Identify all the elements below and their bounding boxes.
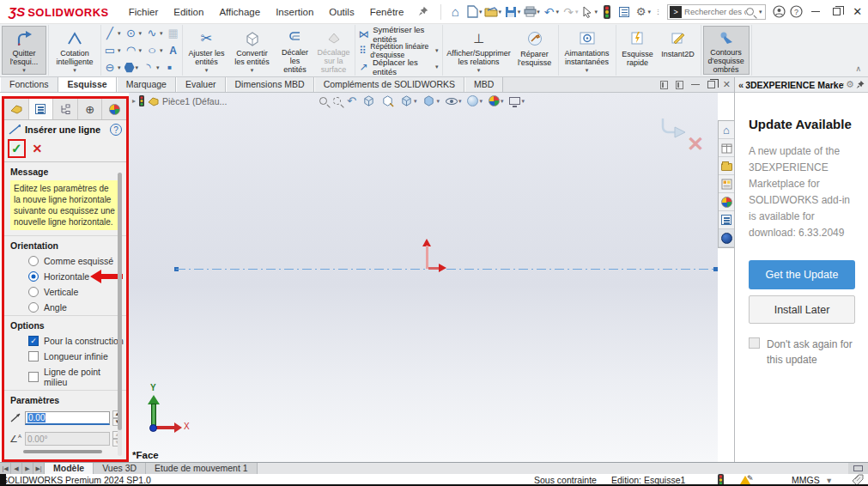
offset-entities-button[interactable]: Décaler les entités: [276, 26, 315, 75]
dropdown-caret[interactable]: ▾: [73, 67, 76, 74]
menu-fichier[interactable]: Fichier: [121, 0, 167, 24]
select-icon[interactable]: [580, 3, 597, 21]
line-tool-icon[interactable]: ╱: [103, 27, 117, 40]
document-close-icon[interactable]: ✕: [723, 79, 731, 90]
taskpane-custom-properties-tab[interactable]: [719, 211, 734, 229]
home-icon[interactable]: ⌂: [446, 3, 464, 21]
radio-angle[interactable]: Angle: [28, 302, 126, 313]
user-account-icon[interactable]: [771, 3, 788, 21]
dropdown-caret[interactable]: ▾: [586, 67, 589, 74]
task-pane-pin-icon[interactable]: [856, 80, 865, 89]
options-gear-icon[interactable]: ⚙: [633, 3, 650, 21]
convert-entities-button[interactable]: Convertir les entités ▾: [229, 26, 276, 75]
zoom-fit-icon[interactable]: [319, 97, 327, 105]
linear-pattern-button[interactable]: ⠿ Répétition linéaire d'esquisse ▾: [359, 43, 439, 58]
view-orientation-icon[interactable]: ▾: [400, 94, 417, 107]
radio-circle-selected[interactable]: [28, 271, 39, 282]
property-manager-tab[interactable]: [29, 99, 54, 119]
scene-icon[interactable]: ▾: [489, 95, 504, 106]
search-caret[interactable]: ▾: [759, 9, 762, 15]
trim-entities-button[interactable]: ✂ Ajuster les entités ▾: [185, 26, 229, 75]
document-tab-label[interactable]: Pièce1 (Défau...: [162, 96, 227, 106]
restore-button[interactable]: [826, 2, 847, 22]
repair-sketch-button[interactable]: Réparer l'esquisse: [513, 26, 556, 75]
length-input[interactable]: 0.00: [25, 411, 110, 425]
text-tool-icon[interactable]: A: [167, 44, 180, 58]
mirror-entities-button[interactable]: ⋈ Symétriser les entités: [359, 27, 439, 41]
panel-vertical-scrollbar[interactable]: [118, 173, 122, 456]
line-caret[interactable]: ▾: [118, 30, 121, 37]
undo-icon[interactable]: ↶: [541, 3, 558, 21]
radio-verticale[interactable]: Verticale: [28, 287, 126, 297]
dropdown-caret[interactable]: ▾: [477, 67, 481, 74]
rapid-sketch-button[interactable]: Esquisse rapide: [618, 26, 658, 75]
spline-caret[interactable]: ▾: [160, 30, 163, 37]
previous-view-icon[interactable]: ↶: [347, 94, 356, 107]
previous-document-icon[interactable]: [660, 81, 668, 89]
tab-modele[interactable]: Modèle: [45, 463, 94, 474]
task-pane-gear-icon[interactable]: ⚙: [846, 79, 854, 90]
tab-evaluer[interactable]: Evaluer: [176, 77, 226, 92]
collapse-chevrons-icon[interactable]: «: [738, 80, 744, 90]
ok-checkmark-button[interactable]: ✓: [11, 141, 22, 155]
close-button[interactable]: ✕: [847, 2, 868, 22]
tab-complements[interactable]: Compléments de SOLIDWORKS: [314, 77, 464, 92]
checkbox-midpoint-line[interactable]: Ligne de point milieu: [28, 367, 126, 387]
pane-expand-icon[interactable]: [848, 463, 868, 474]
fillet-caret[interactable]: ▾: [156, 64, 160, 71]
taskpane-home-tab[interactable]: ⌂: [719, 121, 734, 139]
properties-panel-icon[interactable]: [616, 3, 633, 21]
checkbox-infinite-length[interactable]: Longueur infinie: [28, 351, 126, 361]
save-icon[interactable]: [502, 3, 519, 21]
menu-outils[interactable]: Outils: [321, 0, 361, 24]
ellipse-tool-icon[interactable]: ○: [143, 44, 161, 58]
appearance-icon[interactable]: ▾: [467, 95, 483, 106]
shaded-sketch-contours-button[interactable]: Contours d'esquisse ombrés: [703, 26, 750, 75]
pin-menu-icon[interactable]: [418, 6, 428, 18]
slot-caret[interactable]: ▾: [118, 64, 121, 71]
radio-comme-esquisse[interactable]: Comme esquissé: [28, 256, 126, 266]
polygon-caret[interactable]: ▾: [136, 64, 139, 71]
tab-etude-mouvement[interactable]: Etude de mouvement 1: [146, 463, 258, 474]
fillet-tool-icon[interactable]: ◝: [142, 61, 155, 75]
tab-marquage[interactable]: Marquage: [117, 77, 176, 92]
configuration-manager-tab[interactable]: [53, 99, 78, 119]
arc-tool-icon[interactable]: ◠: [124, 44, 138, 58]
taskpane-design-library-tab[interactable]: [719, 157, 734, 175]
display-manager-tab[interactable]: [102, 99, 126, 119]
dropdown-caret[interactable]: ▾: [251, 67, 254, 74]
menu-fenetre[interactable]: Fenêtre: [362, 0, 412, 24]
graphics-area[interactable]: ▸ Pièce1 (Défau... ↶ ▾ ▾ ▾ ▾ ▾ ▾ ✕ Y X *…: [129, 93, 718, 462]
search-magnifier-icon[interactable]: [746, 8, 754, 15]
menu-affichage[interactable]: Affichage: [211, 0, 268, 24]
document-restore-icon[interactable]: [707, 81, 715, 88]
taskpane-resources-tab[interactable]: [719, 139, 734, 157]
dropdown-caret[interactable]: ▾: [435, 64, 439, 70]
dropdown-caret[interactable]: ▾: [22, 67, 26, 74]
dont-ask-checkbox[interactable]: [749, 337, 760, 349]
help-icon[interactable]: ?: [787, 3, 804, 21]
menu-edition[interactable]: Edition: [166, 0, 211, 24]
new-document-icon[interactable]: [464, 3, 481, 21]
cancel-x-button[interactable]: ✕: [33, 142, 43, 155]
dimxpert-manager-tab[interactable]: ⊕: [78, 99, 103, 119]
section-view-icon[interactable]: [362, 94, 375, 107]
taskpane-3dexperience-tab[interactable]: [719, 229, 734, 247]
zoom-area-icon[interactable]: [333, 97, 341, 105]
feature-manager-tab[interactable]: [4, 99, 29, 119]
sketch-endpoint-right[interactable]: [713, 267, 718, 271]
radio-circle[interactable]: [28, 256, 39, 266]
tab-fonctions[interactable]: Fonctions: [0, 77, 58, 92]
circle-caret[interactable]: ▾: [139, 30, 143, 37]
help-icon[interactable]: ?: [110, 124, 122, 136]
smart-dimension-button[interactable]: Cotation intelligente ▾: [51, 26, 99, 75]
dropdown-caret[interactable]: ▾: [435, 47, 439, 54]
toolbar-overflow[interactable]: ⋮: [655, 9, 661, 15]
document-minimize-icon[interactable]: [691, 84, 700, 85]
get-update-button[interactable]: Get the Update: [749, 260, 855, 289]
polygon-tool-icon[interactable]: [124, 63, 135, 73]
first-tab-nav-button[interactable]: |◀: [0, 463, 11, 474]
view-settings-icon[interactable]: ▾: [509, 97, 525, 105]
rectangle-caret[interactable]: ▾: [118, 47, 121, 54]
checkbox-checked[interactable]: ✓: [28, 336, 39, 346]
